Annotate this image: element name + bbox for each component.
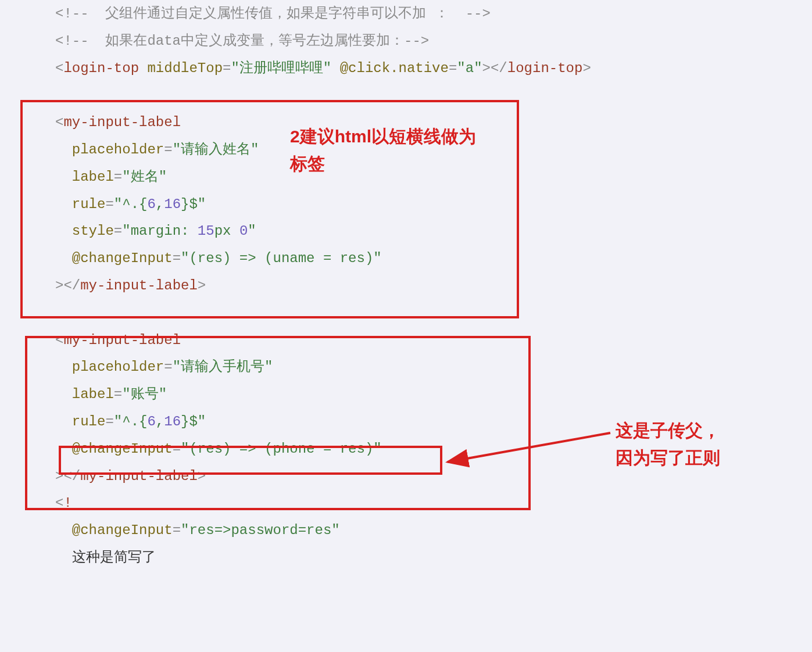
comment-1: <!-- 父组件通过自定义属性传值，如果是字符串可以不加 ： --> (55, 6, 491, 22)
annotation-text-1: 2建议html以短横线做为 标签 (290, 123, 476, 177)
attr: rule (72, 196, 106, 212)
attr: @changeInput (72, 441, 173, 457)
string: "注册哔哩哔哩" (231, 60, 331, 76)
string: "姓名" (122, 169, 167, 185)
string: "(res) => (phone = res)" (181, 441, 382, 457)
string: "账号" (122, 386, 167, 402)
attr: style (72, 223, 114, 239)
string: "请输入手机号" (173, 359, 273, 375)
attr: @click.native (340, 60, 449, 76)
tag-login-top: login-top (63, 60, 139, 76)
attr: label (72, 386, 114, 402)
attr: middleTop (147, 60, 223, 76)
attr: placeholder (72, 142, 164, 157)
attr: rule (72, 414, 106, 429)
code-screenshot: <!-- 父组件通过自定义属性传值，如果是字符串可以不加 ： --> <!-- … (0, 0, 812, 652)
comment-2: <!-- 如果在data中定义成变量，等号左边属性要加：--> (55, 33, 429, 49)
attr: @changeInput (72, 250, 173, 266)
attr: @changeInput (72, 522, 173, 538)
tag-my-input-label: my-input-label (63, 332, 181, 348)
code-block: <!-- 父组件通过自定义属性传值，如果是字符串可以不加 ： --> <!-- … (55, 1, 591, 572)
tag-my-input-label: my-input-label (63, 114, 181, 130)
string: "请输入姓名" (173, 142, 259, 157)
attr: label (72, 169, 114, 185)
string: "res=>password=res" (181, 522, 340, 538)
trailing-text: 这种是简写了 (72, 550, 156, 565)
punct: < (55, 60, 63, 76)
string: "a" (457, 60, 482, 76)
string: "(res) => (uname = res)" (181, 250, 382, 266)
attr: placeholder (72, 359, 164, 375)
annotation-text-2: 这是子传父， 因为写了正则 (616, 417, 720, 471)
